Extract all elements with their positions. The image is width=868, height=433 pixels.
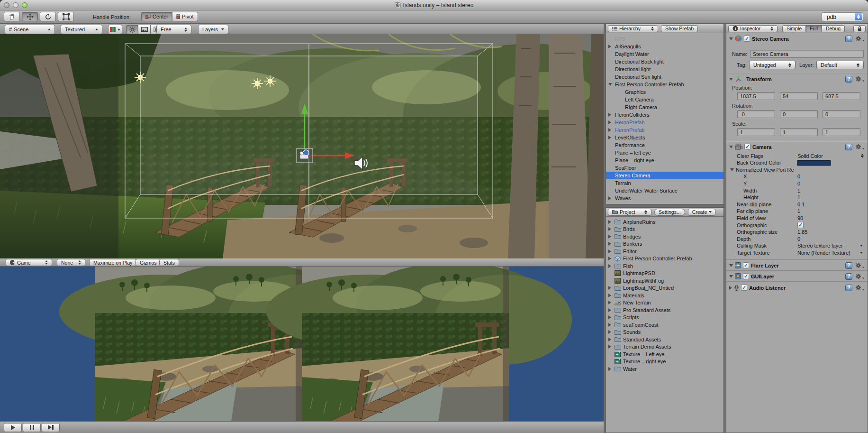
rotation-z-field[interactable]: 0	[823, 110, 860, 118]
hierarchy-item[interactable]: Directional light	[606, 65, 723, 73]
foldout-icon[interactable]	[608, 323, 611, 327]
camera-header[interactable]: ✓ Camera ?	[726, 143, 868, 151]
scale-z-field[interactable]: 1	[823, 128, 860, 136]
scale-tool-button[interactable]	[58, 12, 74, 21]
scene-view-dropdown[interactable]: #Scene	[5, 25, 55, 34]
project-item[interactable]: Bunkers	[606, 240, 723, 248]
project-item[interactable]: Editor	[606, 248, 723, 255]
scale-y-field[interactable]: 1	[780, 128, 818, 136]
help-icon[interactable]: ?	[845, 144, 852, 150]
settings-button[interactable]: Settings...	[654, 209, 685, 216]
gear-menu[interactable]	[855, 36, 865, 42]
foldout-icon[interactable]	[608, 242, 611, 246]
project-item[interactable]: Bridges	[606, 233, 723, 240]
inspector-mode-debug[interactable]: Debug	[822, 25, 845, 32]
chevron-down-icon[interactable]	[860, 245, 863, 247]
foldout-icon[interactable]	[608, 196, 611, 200]
project-item[interactable]: seaFoamCoast	[606, 321, 723, 329]
camera-row[interactable]: Near clip plane0.1	[726, 201, 868, 208]
render-mode-dropdown[interactable]: Textured	[61, 25, 102, 34]
project-item[interactable]: Standard Assets	[606, 336, 723, 343]
scene-viewport[interactable]	[0, 34, 604, 258]
project-item[interactable]: Water	[606, 365, 723, 373]
gear-menu[interactable]	[855, 144, 865, 150]
position-y-field[interactable]: 54	[780, 92, 818, 100]
project-item[interactable]: Fish	[606, 262, 723, 270]
gizmos-button[interactable]: Gizmos	[136, 259, 161, 266]
hierarchy-item[interactable]: HeronColliders	[606, 111, 723, 119]
foldout-icon[interactable]	[608, 136, 611, 139]
hierarchy-item[interactable]: FPS	[606, 35, 723, 43]
hierarchy-item[interactable]: Right Camera	[606, 103, 723, 111]
camera-enabled-checkbox[interactable]: ✓	[744, 144, 750, 150]
help-icon[interactable]: ?	[845, 76, 852, 83]
gear-menu[interactable]	[855, 273, 865, 279]
camera-row[interactable]: Height1	[726, 194, 868, 201]
camera-row[interactable]: Orthographic✓	[726, 221, 868, 229]
layer-dropdown[interactable]: Default	[816, 61, 864, 69]
step-button[interactable]	[42, 423, 60, 432]
camera-row[interactable]: Culling MaskStereo texture layer	[726, 242, 868, 249]
hierarchy-item[interactable]: SeaFloor	[606, 164, 723, 172]
foldout-icon[interactable]	[608, 264, 611, 268]
hierarchy-item[interactable]: Daylight Water	[606, 50, 723, 58]
create-dropdown[interactable]: Create	[688, 209, 715, 216]
hierarchy-item[interactable]: UnderWater Water Surface	[606, 187, 723, 194]
inspector-mode-simple[interactable]: Simple	[782, 25, 806, 32]
handle-center-button[interactable]: Center	[141, 12, 172, 21]
hierarchy-item[interactable]: LevelObjects	[606, 134, 723, 141]
stepper-icon[interactable]	[861, 154, 864, 158]
help-icon[interactable]: ?	[845, 262, 852, 269]
project-item[interactable]: LongBoat_NC_Untied	[606, 285, 723, 292]
name-field[interactable]: Stereo Camera	[750, 50, 864, 58]
foldout-icon[interactable]	[729, 286, 732, 290]
project-item[interactable]: LightmapPSD	[606, 270, 723, 277]
project-item[interactable]: Birds	[606, 226, 723, 233]
gear-menu[interactable]	[855, 262, 865, 268]
foldout-icon[interactable]	[608, 83, 612, 86]
scene-lighting-toggle[interactable]	[126, 25, 138, 34]
project-tab-dropdown[interactable]: Project	[608, 209, 651, 216]
project-item[interactable]: First Person Controller Prefab	[606, 255, 723, 263]
game-view-dropdown[interactable]: Game	[6, 259, 52, 266]
project-item[interactable]: Sounds	[606, 329, 723, 336]
project-item[interactable]: Materials	[606, 292, 723, 299]
lock-button[interactable]	[853, 25, 866, 32]
hierarchy-item[interactable]: Left Camera	[606, 96, 723, 103]
foldout-icon[interactable]	[608, 286, 611, 290]
hierarchy-item[interactable]: Plane – left eye	[606, 149, 723, 157]
hierarchy-item-selected[interactable]: Stereo Camera	[606, 172, 723, 179]
foldout-icon[interactable]	[729, 146, 733, 148]
foldout-icon[interactable]	[729, 275, 733, 278]
stats-button[interactable]: Stats	[159, 259, 179, 266]
foldout-icon[interactable]	[608, 235, 611, 239]
inspector-tab-dropdown[interactable]: iInspector	[728, 25, 778, 32]
camera-row[interactable]: Depth0	[726, 235, 868, 242]
rotation-x-field[interactable]: -0	[737, 110, 775, 118]
foldout-icon[interactable]	[608, 120, 611, 124]
handle-pivot-button[interactable]: Pivot	[172, 12, 198, 21]
gameobject-header[interactable]: ✓ Stereo Camera ?	[726, 35, 868, 43]
foldout-icon[interactable]	[608, 128, 611, 132]
foldout-icon[interactable]	[608, 257, 611, 260]
foldout-icon[interactable]	[608, 294, 611, 297]
hierarchy-item[interactable]: HeronPrefab	[606, 126, 723, 134]
foldout-icon[interactable]	[608, 301, 611, 304]
inspector-mode-full[interactable]: Full	[806, 25, 822, 32]
hierarchy-item[interactable]: HeronPrefab	[606, 119, 723, 126]
maximize-on-play-button[interactable]: Maximize on Play	[89, 259, 136, 266]
help-icon[interactable]: ?	[845, 285, 852, 291]
camera-row[interactable]: Normalized View Port Re	[726, 166, 868, 173]
gui-layer-checkbox[interactable]: ✓	[743, 273, 749, 279]
hierarchy-item[interactable]: AllSeagulls	[606, 43, 723, 50]
rotate-tool-button[interactable]	[40, 12, 56, 21]
camera-row[interactable]: Y0	[726, 180, 868, 187]
camera-row[interactable]: Clear FlagsSolid Color	[726, 152, 868, 159]
hierarchy-item[interactable]: Directional Back light	[606, 58, 723, 65]
audio-listener-header[interactable]: ✓ Audio Listener ?	[726, 284, 868, 292]
active-checkbox[interactable]: ✓	[744, 36, 750, 42]
foldout-icon[interactable]	[729, 37, 733, 40]
foldout-icon[interactable]	[608, 308, 611, 312]
scene-camera-mode-dropdown[interactable]: Free	[156, 25, 191, 34]
foldout-icon[interactable]	[608, 45, 611, 48]
